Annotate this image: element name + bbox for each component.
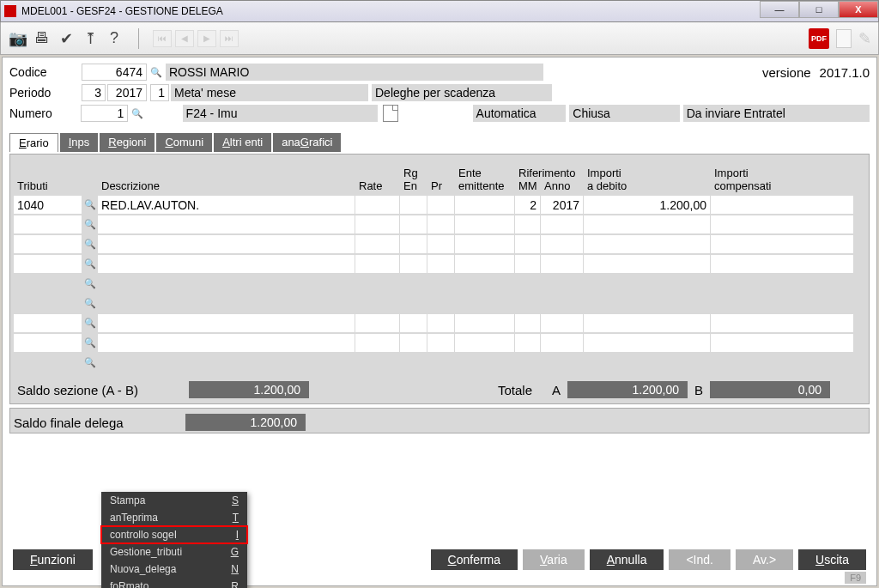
periodo-num-field[interactable]: 1 — [150, 84, 169, 101]
app-icon — [4, 5, 16, 17]
help-icon[interactable]: ? — [104, 28, 124, 49]
annulla-button[interactable]: Annulla — [590, 549, 664, 570]
totale-label: Totale — [498, 383, 545, 397]
grid-panel: Tributi Descrizione Rate RgEn Pr Enteemi… — [9, 154, 870, 404]
row-lookup-icon[interactable]: 🔍 — [82, 314, 98, 332]
tab-erario[interactable]: Erario — [9, 133, 58, 152]
table-row[interactable]: 🔍 — [14, 215, 865, 234]
nav-last-icon[interactable]: ⏭ — [220, 30, 239, 47]
row-lookup-icon[interactable]: 🔍 — [82, 354, 98, 372]
version-value: 2017.1.0 — [820, 65, 870, 80]
window-title: MDEL001 - GESF24 - GESTIONE DELEGA — [21, 5, 223, 17]
minimize-button[interactable]: — — [760, 1, 799, 18]
row-lookup-icon[interactable]: 🔍 — [82, 294, 98, 312]
saldo-sezione-row: Saldo sezione (A - B) 1.200,00 Totale A … — [14, 378, 865, 402]
nome-field: ROSSI MARIO — [166, 64, 543, 81]
totale-a-value: 1.200,00 — [567, 381, 688, 398]
table-row[interactable]: 🔍 — [14, 235, 865, 254]
pdf-icon[interactable]: PDF — [809, 28, 829, 49]
grid-body: 1040🔍RED.LAV.AUTON.220171.200,00🔍🔍🔍🔍🔍🔍🔍🔍 — [14, 196, 865, 373]
ctx-stampa[interactable]: StampaS — [101, 492, 247, 509]
page-icon[interactable] — [383, 105, 398, 122]
indietro-button[interactable]: <Ind. — [669, 549, 730, 570]
row-lookup-icon[interactable]: 🔍 — [82, 196, 98, 214]
periodo-label: Periodo — [9, 86, 80, 100]
periodo-month-field[interactable]: 3 — [82, 84, 106, 101]
numero-label: Numero — [9, 106, 79, 120]
ctx-controllo-sogei[interactable]: controllo sogeII — [101, 526, 247, 543]
varia-button[interactable]: Varia — [523, 549, 585, 570]
numero-lookup-icon[interactable]: 🔍 — [130, 105, 145, 122]
automatica-field: Automatica — [473, 105, 567, 122]
table-row[interactable]: 🔍 — [14, 255, 865, 274]
close-button[interactable]: X — [839, 1, 878, 18]
tabs: Erario Inps Regioni Comuni Altri enti an… — [9, 133, 870, 152]
print-icon[interactable]: 🖶 — [32, 28, 52, 49]
ctx-anteprima[interactable]: anTeprimaT — [101, 509, 247, 526]
tab-regioni[interactable]: Regioni — [100, 133, 155, 152]
col-rgen: RgEn — [400, 165, 427, 194]
title-bar: MDEL001 - GESF24 - GESTIONE DELEGA — □ X — [0, 0, 879, 22]
ctx-gestione-tributi[interactable]: Gestione_tributiG — [101, 543, 247, 561]
periodo-year-field[interactable]: 2017 — [107, 84, 147, 101]
saldo-finale-panel: Saldo finale delega 1.200,00 — [9, 408, 870, 433]
col-ente: Enteemittente — [455, 165, 515, 194]
codice-label: Codice — [9, 65, 80, 79]
table-row[interactable]: 1040🔍RED.LAV.AUTON.220171.200,00 — [14, 196, 865, 215]
col-pr: Pr — [427, 178, 455, 194]
maximize-button[interactable]: □ — [799, 1, 839, 18]
row-lookup-icon[interactable]: 🔍 — [82, 334, 98, 352]
totale-b-value: 0,00 — [710, 381, 830, 398]
a-label: A — [552, 383, 561, 397]
col-debito: Importia debito — [584, 165, 711, 194]
row-lookup-icon[interactable]: 🔍 — [82, 215, 98, 233]
col-mm: RiferimentoMM — [515, 165, 541, 194]
camera-icon[interactable]: 📷 — [8, 28, 28, 49]
table-row[interactable]: 🔍 — [14, 354, 865, 373]
check-icon[interactable]: ✔ — [56, 28, 76, 49]
saldo-sezione-value: 1.200,00 — [189, 381, 309, 398]
tab-altri-enti[interactable]: Altri enti — [214, 133, 271, 152]
codice-lookup-icon[interactable]: 🔍 — [149, 64, 164, 81]
table-row[interactable]: 🔍 — [14, 334, 865, 353]
saldo-finale-label: Saldo finale delega — [14, 415, 185, 430]
ctx-nuova-delega[interactable]: Nuova_delegaN — [101, 561, 247, 578]
edit-icon[interactable]: ✎ — [858, 29, 871, 48]
saldo-finale-value: 1.200,00 — [185, 414, 306, 431]
tab-inps[interactable]: Inps — [60, 133, 99, 152]
table-row[interactable]: 🔍 — [14, 275, 865, 294]
row-lookup-icon[interactable]: 🔍 — [82, 275, 98, 293]
funzioni-button[interactable]: Funzioni — [13, 549, 93, 570]
upload-icon[interactable]: ⤒ — [80, 28, 100, 49]
conferma-button[interactable]: Conferma — [431, 549, 518, 570]
nav-first-icon[interactable]: ⏮ — [153, 30, 172, 47]
funzioni-context-menu: StampaS anTeprimaT controllo sogeII Gest… — [101, 492, 247, 588]
codice-field[interactable]: 6474 — [82, 64, 147, 81]
tab-anagrafici[interactable]: anaGrafici — [273, 133, 341, 152]
row-lookup-icon[interactable]: 🔍 — [82, 255, 98, 273]
avanti-button[interactable]: Av.> — [736, 549, 793, 570]
numero-field[interactable]: 1 — [81, 105, 128, 122]
col-rate: Rate — [355, 178, 400, 194]
tab-comuni[interactable]: Comuni — [156, 133, 212, 152]
version-label: versione — [762, 65, 811, 80]
nav-prev-icon[interactable]: ◀ — [175, 30, 194, 47]
col-descrizione: Descrizione — [98, 178, 355, 194]
f9-badge: F9 — [845, 572, 866, 584]
uscita-button[interactable]: Uscita — [798, 549, 866, 570]
table-row[interactable]: 🔍 — [14, 314, 865, 333]
document-icon[interactable] — [836, 29, 852, 48]
table-row[interactable]: 🔍 — [14, 294, 865, 313]
periodo-desc-field: Meta' mese — [171, 84, 368, 101]
toolbar: 📷 🖶 ✔ ⤒ ? ⏮ ◀ ▶ ⏭ PDF ✎ — [0, 22, 879, 55]
deleghe-field: Deleghe per scadenza — [372, 84, 552, 101]
row-lookup-icon[interactable]: 🔍 — [82, 235, 98, 253]
saldo-sezione-label: Saldo sezione (A - B) — [17, 383, 189, 397]
chiusa-field: Chiusa — [569, 105, 679, 122]
ctx-formato[interactable]: foRmatoR — [101, 578, 247, 588]
col-compensati: Importicompensati — [711, 165, 854, 194]
nav-next-icon[interactable]: ▶ — [197, 30, 216, 47]
b-label: B — [694, 383, 703, 397]
f24-field: F24 - Imu — [183, 105, 378, 122]
col-tributi: Tributi — [14, 178, 82, 194]
